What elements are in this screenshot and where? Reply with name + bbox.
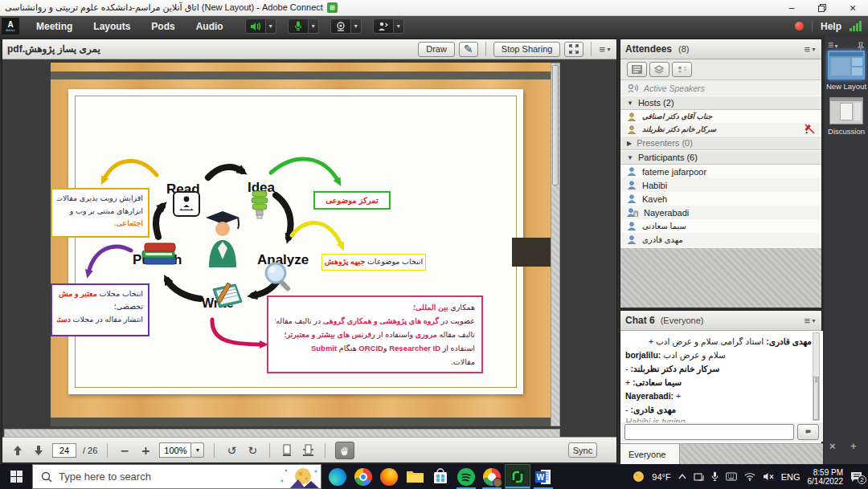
rotate-left-button[interactable]: ↺ [224, 443, 239, 458]
help-menu[interactable]: Help [821, 21, 841, 32]
speaker-dropdown[interactable]: ▼ [266, 18, 276, 34]
minimize-button[interactable]: – [776, 0, 807, 16]
add-layout-icon[interactable]: + [850, 440, 857, 452]
share-pod-body: Read Idea Analyze Write Publish [2, 59, 616, 437]
participant-row[interactable]: Nayerabadi [620, 206, 821, 219]
zoom-in-button[interactable]: + [138, 443, 153, 458]
attendee-grid-view-button[interactable] [649, 62, 669, 77]
zoom-out-button[interactable]: − [117, 443, 132, 458]
share-pod-menu-button[interactable]: ≡▼ [599, 44, 612, 55]
participants-section-header[interactable]: ▼ Participants (6) [620, 150, 821, 165]
chat-tab-everyone[interactable]: Everyone [620, 444, 680, 464]
teams-window-icon[interactable] [694, 472, 704, 482]
volume-muted-icon[interactable] [763, 472, 774, 481]
speaker-button[interactable] [245, 18, 266, 34]
chat-title: Chat 6 [625, 315, 655, 326]
connection-signal-icon[interactable] [850, 21, 862, 31]
rotate-right-button[interactable]: ↻ [245, 443, 260, 458]
draw-button[interactable]: Draw [418, 42, 455, 57]
attendees-pod-menu-button[interactable]: ≡▼ [804, 44, 817, 55]
document-horizontal-scrollbar[interactable] [4, 429, 560, 437]
previous-page-button[interactable] [10, 443, 25, 458]
host-row[interactable]: سرکار خانم دکتر نظربلند [620, 123, 821, 136]
layout-label-discussion[interactable]: Discussion [825, 127, 868, 136]
chat-pod-menu-button[interactable]: ≡▼ [804, 316, 817, 326]
fit-width-button[interactable] [301, 443, 315, 458]
menu-meeting[interactable]: Meeting [26, 16, 83, 36]
attendee-card-view-button[interactable] [672, 62, 692, 77]
network-wifi-icon[interactable] [744, 472, 755, 481]
tray-chevron-icon[interactable] [678, 474, 686, 479]
fullscreen-button[interactable] [564, 42, 583, 57]
participant-row[interactable]: fateme jafarpoor [620, 165, 821, 178]
participant-row[interactable]: سیما سعادتی [620, 219, 821, 233]
hosts-section-header[interactable]: ▼ Hosts (2) [620, 96, 821, 110]
fit-page-button[interactable] [280, 443, 294, 458]
pointer-pencil-button[interactable]: ✎ [459, 42, 478, 57]
participant-row[interactable]: Habibi [620, 178, 821, 192]
presenters-section-header[interactable]: ▶ Presenters (0) [620, 136, 821, 150]
chrome-profile-icon[interactable] [479, 464, 505, 489]
layouts-menu-button[interactable]: ≡▼ [828, 39, 839, 51]
send-message-button[interactable] [797, 424, 819, 440]
idea-bulb-icon [249, 189, 270, 222]
close-button[interactable]: × [837, 0, 868, 16]
host-name: سرکار خانم دکتر نظربلند [642, 125, 716, 133]
clock[interactable]: 8:59 PM6/14/2022 [808, 468, 844, 486]
status-button[interactable] [373, 18, 394, 34]
adobe-connect-taskbar-icon[interactable] [505, 464, 530, 489]
adobe-connect-app-icon: ⊞ [327, 2, 338, 13]
start-button[interactable] [0, 471, 32, 483]
page-number-input[interactable] [52, 443, 76, 458]
chat-message-input[interactable] [624, 424, 794, 440]
webcam-dropdown[interactable]: ▼ [351, 18, 362, 34]
participant-row[interactable]: مهدی قادری [620, 233, 821, 247]
webcam-button[interactable] [330, 18, 351, 34]
slide-box-topic-focus: تمرکز موضوعی [313, 191, 391, 210]
attendees-pod-header: Attendees (8) ≡▼ [620, 39, 821, 59]
night-moon-icon[interactable] [633, 471, 645, 483]
microphone-button[interactable] [288, 18, 309, 34]
file-explorer-icon[interactable] [402, 464, 428, 489]
document-vertical-scrollbar[interactable] [551, 63, 560, 426]
sync-button[interactable]: Sync [568, 442, 597, 458]
layout-thumb-discussion[interactable] [829, 97, 863, 124]
menu-audio[interactable]: Audio [186, 16, 234, 36]
next-page-button[interactable] [31, 443, 46, 458]
participant-row[interactable]: Kaveh [620, 192, 821, 206]
microphone-dropdown[interactable]: ▼ [309, 18, 319, 34]
pan-hand-tool-active[interactable] [335, 442, 354, 459]
close-pod-icon[interactable]: × [829, 440, 836, 452]
tray-microphone-icon[interactable] [711, 471, 719, 482]
chat-scrollbar[interactable] [813, 332, 820, 421]
stop-sharing-button[interactable]: Stop Sharing [493, 42, 561, 57]
menu-layouts[interactable]: Layouts [83, 16, 141, 36]
webcam-icon [335, 22, 346, 31]
microsoft-store-icon[interactable] [428, 464, 453, 489]
taskbar-search[interactable]: Type here to search [32, 464, 321, 489]
layout-label-new-layout[interactable]: New Layout [825, 82, 868, 91]
app-menubar: AAdobe Meeting Layouts Pods Audio ▼ ▼ ▼ … [0, 16, 868, 36]
zoom-level-select[interactable]: 100% ▼ [159, 442, 204, 458]
firefox-icon[interactable] [376, 464, 402, 489]
weather-temperature[interactable]: 94°F [652, 472, 670, 482]
host-icon [627, 125, 637, 134]
status-dropdown[interactable]: ▼ [394, 18, 404, 34]
chrome-icon[interactable] [350, 464, 376, 489]
chat-message: مهدی قادری: - [625, 403, 812, 417]
attendee-list-view-button[interactable] [627, 62, 647, 77]
word-icon[interactable]: W [530, 464, 556, 489]
restore-button[interactable] [807, 0, 837, 16]
host-row[interactable]: جناب آقای دکتر اصنافی [620, 110, 821, 123]
notification-center-icon[interactable]: 2 [850, 471, 863, 483]
spotify-icon[interactable] [453, 464, 479, 489]
language-indicator[interactable]: ENG [781, 472, 800, 482]
edge-icon[interactable] [325, 464, 350, 489]
adobe-connect-window: اتاق آنلاین مراسم-دانشکده علوم تربیتی و … [0, 0, 868, 489]
layout-thumb-new-layout[interactable] [828, 51, 865, 79]
participant-name: Habibi [642, 181, 667, 190]
keyboard-layout-icon[interactable] [726, 472, 737, 481]
drawing-disabled-icon [805, 124, 815, 136]
typing-indicator: Habibi is typing... [625, 417, 812, 422]
menu-pods[interactable]: Pods [141, 16, 185, 36]
